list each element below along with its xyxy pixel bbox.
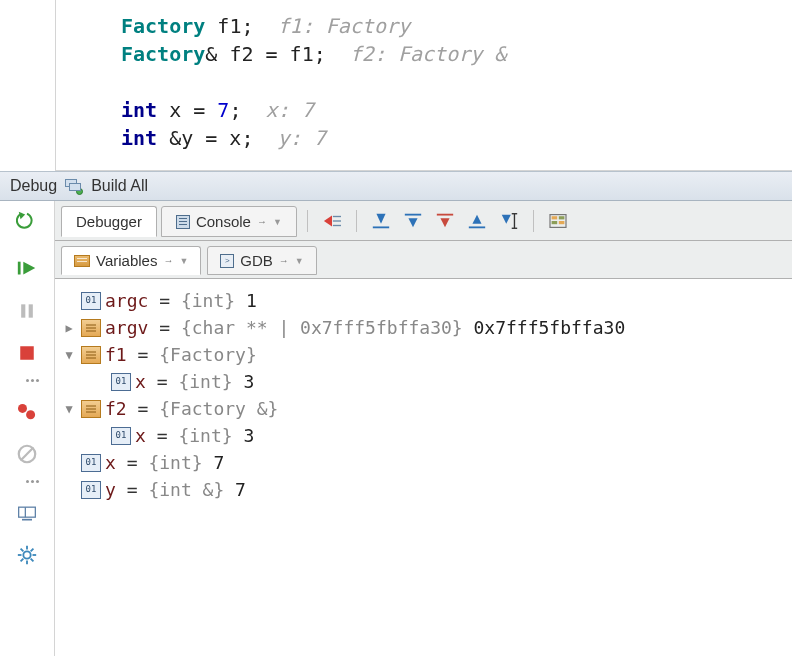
dropdown-icon: ▼	[295, 256, 304, 266]
debug-label[interactable]: Debug	[10, 177, 57, 195]
variable-row[interactable]: 01 x = {int} 3	[55, 422, 792, 449]
stop-icon[interactable]	[15, 341, 39, 365]
variable-text: f1 = {Factory}	[105, 344, 257, 365]
build-all-label[interactable]: Build All	[91, 177, 148, 195]
svg-line-16	[21, 549, 24, 552]
code-editor[interactable]: Factory f1; f1: FactoryFactory& f2 = f1;…	[55, 0, 792, 171]
svg-line-17	[31, 559, 34, 562]
svg-line-19	[31, 549, 34, 552]
chevron-right-icon: →	[163, 255, 173, 266]
debug-action-gutter	[0, 201, 55, 656]
primitive-chip-icon: 01	[81, 292, 101, 310]
code-line[interactable]: Factory f1; f1: Factory	[56, 12, 792, 40]
variable-text: y = {int &} 7	[105, 479, 246, 500]
disclosure-spacer	[61, 455, 77, 471]
variable-row[interactable]: 01 argc = {int} 1	[55, 287, 792, 314]
object-chip-icon	[81, 400, 101, 418]
code-line[interactable]: int x = 7; x: 7	[56, 96, 792, 124]
debug-tab-row: Debugger Console → ▼	[55, 201, 792, 241]
variable-row[interactable]: ▼ f1 = {Factory}	[55, 341, 792, 368]
code-line[interactable]	[56, 68, 792, 96]
svg-point-4	[18, 404, 27, 413]
disclosure-open-icon[interactable]: ▼	[61, 347, 77, 363]
step-out-icon[interactable]	[463, 207, 491, 235]
svg-line-7	[21, 448, 34, 461]
dropdown-icon: ▼	[273, 217, 282, 227]
disclosure-open-icon[interactable]: ▼	[61, 401, 77, 417]
code-line[interactable]: int &y = x; y: 7	[56, 124, 792, 152]
separator	[533, 210, 534, 232]
layout-settings-icon[interactable]	[15, 501, 39, 525]
svg-rect-0	[18, 262, 21, 275]
svg-rect-34	[559, 221, 565, 224]
build-all-icon[interactable]	[65, 178, 83, 194]
svg-point-5	[26, 410, 35, 419]
gdb-icon: >	[220, 254, 234, 268]
primitive-chip-icon: 01	[81, 481, 101, 499]
subtab-gdb[interactable]: > GDB → ▼	[207, 246, 316, 275]
debug-panel: Debugger Console → ▼	[55, 201, 792, 656]
variable-row[interactable]: 01 y = {int &} 7	[55, 476, 792, 503]
debug-toolbar: Debug Build All	[0, 171, 792, 201]
variable-text: f2 = {Factory &}	[105, 398, 278, 419]
subtab-label: GDB	[240, 252, 273, 269]
tab-label: Debugger	[76, 213, 142, 230]
run-to-cursor-icon[interactable]	[495, 207, 523, 235]
console-icon	[176, 215, 190, 229]
tab-debugger[interactable]: Debugger	[61, 206, 157, 237]
code-line[interactable]: Factory& f2 = f1; f2: Factory &	[56, 40, 792, 68]
step-into-icon[interactable]	[399, 207, 427, 235]
tab-label: Console	[196, 213, 251, 230]
disclosure-closed-icon[interactable]: ▶	[61, 320, 77, 336]
variable-row[interactable]: ▼ f2 = {Factory &}	[55, 395, 792, 422]
object-chip-icon	[81, 319, 101, 337]
gutter-divider	[26, 379, 29, 382]
primitive-chip-icon: 01	[111, 373, 131, 391]
debug-subtab-row: Variables → ▼ > GDB → ▼	[55, 241, 792, 279]
dropdown-icon: ▼	[179, 256, 188, 266]
variable-row[interactable]: 01 x = {int} 3	[55, 368, 792, 395]
chevron-right-icon: →	[257, 216, 267, 227]
svg-line-18	[21, 559, 24, 562]
subtab-variables[interactable]: Variables → ▼	[61, 246, 201, 275]
variables-icon	[74, 255, 90, 267]
disclosure-spacer	[61, 293, 77, 309]
svg-rect-1	[21, 304, 25, 317]
svg-point-11	[23, 551, 30, 558]
svg-rect-3	[20, 346, 34, 360]
svg-rect-8	[19, 507, 36, 517]
variable-text: argv = {char ** | 0x7fff5fbffa30} 0x7fff…	[105, 317, 625, 338]
force-step-into-icon[interactable]	[431, 207, 459, 235]
svg-rect-2	[29, 304, 33, 317]
variable-row[interactable]: ▶ argv = {char ** | 0x7fff5fbffa30} 0x7f…	[55, 314, 792, 341]
variable-row[interactable]: 01 x = {int} 7	[55, 449, 792, 476]
separator	[356, 210, 357, 232]
primitive-chip-icon: 01	[111, 427, 131, 445]
gutter-divider	[26, 480, 29, 483]
settings-gear-icon[interactable]	[15, 543, 39, 567]
rerun-icon[interactable]	[15, 209, 39, 233]
evaluate-expression-icon[interactable]	[544, 207, 572, 235]
step-over-icon[interactable]	[367, 207, 395, 235]
variable-text: argc = {int} 1	[105, 290, 257, 311]
primitive-chip-icon: 01	[81, 454, 101, 472]
subtab-label: Variables	[96, 252, 157, 269]
mute-breakpoints-icon[interactable]	[15, 442, 39, 466]
variable-text: x = {int} 7	[105, 452, 224, 473]
variables-list[interactable]: 01 argc = {int} 1▶ argv = {char ** | 0x7…	[55, 279, 792, 656]
breakpoints-icon[interactable]	[15, 400, 39, 424]
tab-console[interactable]: Console → ▼	[161, 206, 297, 237]
pause-icon[interactable]	[15, 299, 39, 323]
chevron-right-icon: →	[279, 255, 289, 266]
svg-rect-10	[22, 519, 32, 521]
object-chip-icon	[81, 346, 101, 364]
variable-text: x = {int} 3	[135, 371, 254, 392]
svg-rect-32	[559, 216, 565, 219]
resume-icon[interactable]	[15, 257, 39, 281]
show-execution-point-icon[interactable]	[318, 207, 346, 235]
svg-rect-33	[551, 221, 557, 224]
separator	[307, 210, 308, 232]
variable-text: x = {int} 3	[135, 425, 254, 446]
svg-rect-31	[551, 216, 557, 219]
disclosure-spacer	[61, 482, 77, 498]
